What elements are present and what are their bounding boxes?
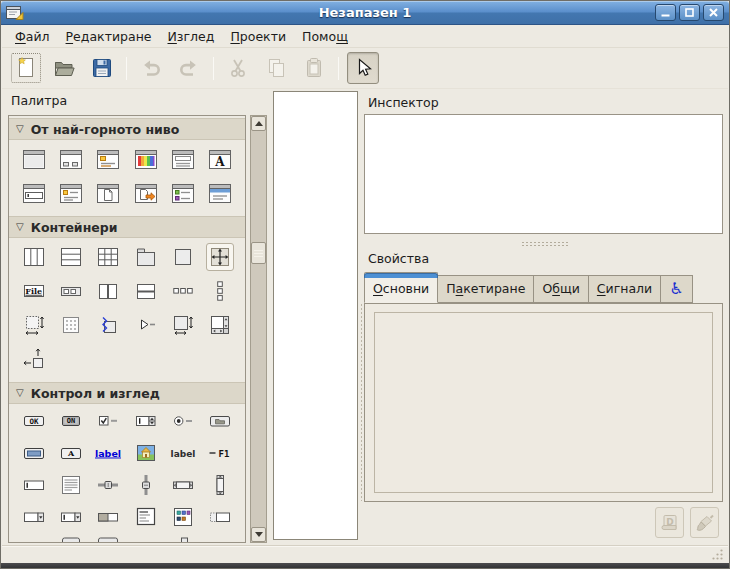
palette-item-font-selection-dialog[interactable]: A	[202, 146, 239, 180]
palette-item-table[interactable]	[90, 244, 127, 278]
palette-item-hbox[interactable]	[15, 244, 52, 278]
copy-button[interactable]	[260, 52, 292, 84]
cut-button[interactable]	[222, 52, 254, 84]
undo-button[interactable]	[135, 52, 167, 84]
palette-item-combo-box-button[interactable]	[202, 408, 239, 440]
palette-item-partial-widget-1[interactable]	[52, 536, 89, 543]
palette-item-accel-label[interactable]: F1	[202, 440, 239, 472]
palette-item-file-chooser-dialog[interactable]	[164, 146, 201, 180]
palette-item-v-scrollbar[interactable]	[202, 472, 239, 504]
palette-item-hbutton-box[interactable]	[164, 278, 201, 312]
devhelp-icon: D	[659, 512, 681, 534]
palette-item-cell-view[interactable]	[202, 504, 239, 536]
scrollbar-thumb[interactable]	[251, 242, 266, 264]
palette-section-header-controls[interactable]: ▽Контрол и изглед	[9, 382, 245, 404]
palette-item-partial-widget-3[interactable]	[164, 536, 201, 543]
save-button[interactable]	[86, 52, 118, 84]
palette-item-radio-button[interactable]	[164, 408, 201, 440]
minimize-button[interactable]	[655, 4, 676, 21]
maximize-button[interactable]	[679, 4, 700, 21]
palette-item-expander[interactable]	[127, 312, 164, 346]
palette-item-file-chooser-widget[interactable]	[90, 180, 127, 214]
menu-item-help[interactable]: Помощ	[294, 26, 356, 47]
palette-item-check-button[interactable]	[90, 408, 127, 440]
close-button[interactable]	[703, 4, 724, 21]
palette-item-partial-widget-2[interactable]	[90, 536, 127, 543]
palette-item-recent-chooser-dialog[interactable]	[127, 180, 164, 214]
new-button[interactable]	[10, 52, 42, 84]
palette-item-icon-view[interactable]	[164, 504, 201, 536]
properties-tabs: ОсновниПакетиранеОбщиСигнали♿	[364, 272, 692, 303]
palette-item-assistant[interactable]	[202, 180, 239, 214]
palette-item-progress-bar[interactable]	[90, 504, 127, 536]
palette-section-header-containers[interactable]: ▽Контейнери	[9, 216, 245, 238]
tab-signals[interactable]: Сигнали	[588, 275, 661, 303]
palette-item-fixed[interactable]	[202, 244, 239, 278]
assistant-icon	[207, 180, 233, 206]
palette-item-menu-bar[interactable]: File	[15, 278, 52, 312]
select-button[interactable]	[347, 52, 379, 84]
palette-item-font-button[interactable]: A	[52, 440, 89, 472]
file-chooser-dialog-icon	[170, 146, 196, 172]
palette-item-aspect-frame[interactable]	[164, 312, 201, 346]
palette-item-spin-button[interactable]	[127, 408, 164, 440]
palette-item-input-dialog[interactable]	[15, 180, 52, 214]
horizontal-pane-handle[interactable]	[521, 241, 568, 247]
scrollbar-up-button[interactable]	[251, 116, 266, 131]
menu-item-file[interactable]: Файл	[7, 26, 58, 47]
palette-item-link-button[interactable]: label	[90, 440, 127, 472]
palette-item-alignment[interactable]	[15, 346, 52, 380]
palette-item-about-dialog[interactable]	[52, 180, 89, 214]
palette-item-scrolled-window[interactable]	[202, 312, 239, 346]
open-button[interactable]	[48, 52, 80, 84]
expander-triangle-icon: ▽	[16, 388, 24, 398]
palette-item-vbutton-box[interactable]	[202, 278, 239, 312]
palette-section-header-toplevels[interactable]: ▽От най-горното ниво	[9, 118, 245, 140]
palette-item-toggle-button[interactable]: ON	[52, 408, 89, 440]
palette-item-label[interactable]: label	[164, 440, 201, 472]
palette-item-entry[interactable]	[15, 472, 52, 504]
devhelp-button[interactable]: D	[655, 507, 684, 538]
redo-button[interactable]	[173, 52, 205, 84]
menu-item-view[interactable]: Изглед	[160, 26, 223, 47]
palette-item-properties-dialog[interactable]	[164, 180, 201, 214]
palette-item-v-scale[interactable]	[127, 472, 164, 504]
palette-item-tree-view[interactable]	[127, 504, 164, 536]
palette-item-window[interactable]	[15, 146, 52, 180]
palette-item-vbox[interactable]	[52, 244, 89, 278]
palette-item-combo-box-entry[interactable]	[52, 504, 89, 536]
palette-item-h-scrollbar[interactable]	[164, 472, 201, 504]
tab-general[interactable]: Основни	[364, 272, 438, 303]
palette-item-layout[interactable]	[52, 312, 89, 346]
resize-grip[interactable]	[711, 548, 724, 561]
palette-item-button[interactable]: OK	[15, 408, 52, 440]
inspector-tree[interactable]	[364, 114, 723, 234]
palette-item-hpaned[interactable]	[90, 278, 127, 312]
palette-item-vpaned[interactable]	[127, 278, 164, 312]
scrolled-window-icon	[207, 312, 233, 338]
tab-common[interactable]: Общи	[533, 275, 588, 303]
palette-item-handle-box[interactable]	[90, 312, 127, 346]
palette-item-image[interactable]	[127, 440, 164, 472]
menu-item-edit[interactable]: Редактиране	[58, 26, 160, 47]
tab-packing[interactable]: Пакетиране	[437, 275, 534, 303]
design-workspace[interactable]	[273, 91, 358, 540]
palette-item-viewport[interactable]	[15, 312, 52, 346]
palette-item-color-button[interactable]	[15, 440, 52, 472]
palette-item-color-selection-dialog[interactable]	[127, 146, 164, 180]
palette-item-text-view[interactable]	[52, 472, 89, 504]
brush-button[interactable]	[690, 507, 719, 538]
palette-item-combo-box[interactable]	[15, 504, 52, 536]
palette-item-dialog[interactable]	[52, 146, 89, 180]
palette-item-frame[interactable]	[127, 244, 164, 278]
palette-item-h-scale[interactable]	[90, 472, 127, 504]
menu-item-projects[interactable]: Проекти	[222, 26, 294, 47]
palette-item-toolbar[interactable]	[52, 278, 89, 312]
palette-scrollbar[interactable]	[250, 115, 267, 543]
scrollbar-down-button[interactable]	[251, 527, 266, 542]
accessibility-icon: ♿	[669, 281, 683, 297]
palette-item-event-box[interactable]	[164, 244, 201, 278]
tab-accessibility[interactable]: ♿	[660, 275, 692, 303]
paste-button[interactable]	[298, 52, 330, 84]
palette-item-message-dialog[interactable]	[90, 146, 127, 180]
